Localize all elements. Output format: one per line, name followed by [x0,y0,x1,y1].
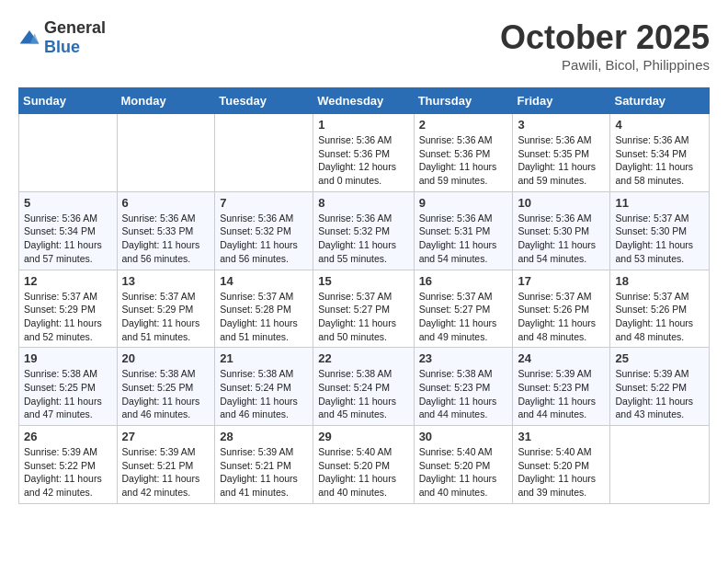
day-number: 1 [318,118,408,132]
calendar-cell [215,114,313,192]
cell-content: Sunrise: 5:38 AM Sunset: 5:24 PM Dayligh… [318,367,408,421]
calendar-cell: 22Sunrise: 5:38 AM Sunset: 5:24 PM Dayli… [313,348,414,426]
day-number: 26 [24,430,112,443]
day-number: 3 [518,118,605,132]
cell-content: Sunrise: 5:37 AM Sunset: 5:29 PM Dayligh… [24,290,112,344]
cell-content: Sunrise: 5:36 AM Sunset: 5:34 PM Dayligh… [615,133,704,188]
day-number: 31 [518,430,605,443]
calendar-cell: 8Sunrise: 5:36 AM Sunset: 5:32 PM Daylig… [313,191,414,270]
cell-content: Sunrise: 5:38 AM Sunset: 5:24 PM Dayligh… [220,367,308,421]
calendar-cell: 18Sunrise: 5:37 AM Sunset: 5:26 PM Dayli… [610,270,710,348]
cell-content: Sunrise: 5:37 AM Sunset: 5:27 PM Dayligh… [318,290,408,344]
logo-general: General [44,18,106,37]
day-number: 20 [122,351,210,365]
calendar-cell: 19Sunrise: 5:38 AM Sunset: 5:25 PM Dayli… [19,348,118,426]
cell-content: Sunrise: 5:36 AM Sunset: 5:36 PM Dayligh… [419,133,508,188]
cell-content: Sunrise: 5:39 AM Sunset: 5:21 PM Dayligh… [122,445,210,500]
day-number: 22 [318,351,408,365]
calendar-cell: 17Sunrise: 5:37 AM Sunset: 5:26 PM Dayli… [513,270,610,348]
calendar-cell [117,114,215,192]
cell-content: Sunrise: 5:40 AM Sunset: 5:20 PM Dayligh… [518,445,605,500]
day-number: 9 [419,196,508,210]
cell-content: Sunrise: 5:36 AM Sunset: 5:31 PM Dayligh… [419,212,508,266]
calendar-cell: 13Sunrise: 5:37 AM Sunset: 5:29 PM Dayli… [117,270,215,348]
title-block: October 2025 Pawili, Bicol, Philippines [500,18,710,73]
day-number: 4 [615,118,704,132]
day-number: 6 [122,196,210,210]
calendar-cell: 9Sunrise: 5:36 AM Sunset: 5:31 PM Daylig… [414,191,513,270]
day-number: 16 [419,274,508,288]
day-number: 15 [318,274,408,288]
day-number: 11 [615,196,704,210]
logo: General Blue [18,18,106,57]
day-number: 23 [419,351,508,365]
calendar-cell: 20Sunrise: 5:38 AM Sunset: 5:25 PM Dayli… [117,348,215,426]
calendar-cell: 14Sunrise: 5:37 AM Sunset: 5:28 PM Dayli… [215,270,313,348]
cell-content: Sunrise: 5:37 AM Sunset: 5:26 PM Dayligh… [615,290,704,344]
day-number: 8 [318,196,408,210]
day-number: 30 [419,430,508,443]
day-number: 24 [518,351,605,365]
location-title: Pawili, Bicol, Philippines [500,57,710,73]
cell-content: Sunrise: 5:36 AM Sunset: 5:32 PM Dayligh… [318,212,408,266]
calendar-cell: 15Sunrise: 5:37 AM Sunset: 5:27 PM Dayli… [313,270,414,348]
cell-content: Sunrise: 5:39 AM Sunset: 5:22 PM Dayligh… [24,445,112,500]
calendar-cell: 16Sunrise: 5:37 AM Sunset: 5:27 PM Dayli… [414,270,513,348]
cell-content: Sunrise: 5:39 AM Sunset: 5:22 PM Dayligh… [615,367,704,421]
calendar-cell: 31Sunrise: 5:40 AM Sunset: 5:20 PM Dayli… [513,426,610,504]
calendar-cell: 6Sunrise: 5:36 AM Sunset: 5:33 PM Daylig… [117,191,215,270]
calendar-cell: 10Sunrise: 5:36 AM Sunset: 5:30 PM Dayli… [513,191,610,270]
weekday-header-friday: Friday [513,88,610,114]
logo-blue: Blue [44,38,80,56]
calendar-week-row: 26Sunrise: 5:39 AM Sunset: 5:22 PM Dayli… [19,426,710,504]
day-number: 19 [24,351,112,365]
calendar-week-row: 12Sunrise: 5:37 AM Sunset: 5:29 PM Dayli… [19,270,710,348]
cell-content: Sunrise: 5:40 AM Sunset: 5:20 PM Dayligh… [318,445,408,500]
cell-content: Sunrise: 5:36 AM Sunset: 5:35 PM Dayligh… [518,133,605,188]
weekday-header-tuesday: Tuesday [215,88,313,114]
weekday-header-wednesday: Wednesday [313,88,414,114]
day-number: 14 [220,274,308,288]
cell-content: Sunrise: 5:36 AM Sunset: 5:33 PM Dayligh… [122,212,210,266]
calendar-cell: 27Sunrise: 5:39 AM Sunset: 5:21 PM Dayli… [117,426,215,504]
calendar-table: SundayMondayTuesdayWednesdayThursdayFrid… [18,87,710,504]
calendar-cell: 24Sunrise: 5:39 AM Sunset: 5:23 PM Dayli… [513,348,610,426]
weekday-header-saturday: Saturday [610,88,710,114]
calendar-cell: 11Sunrise: 5:37 AM Sunset: 5:30 PM Dayli… [610,191,710,270]
calendar-cell: 23Sunrise: 5:38 AM Sunset: 5:23 PM Dayli… [414,348,513,426]
calendar-cell: 1Sunrise: 5:36 AM Sunset: 5:36 PM Daylig… [313,114,414,192]
weekday-header-sunday: Sunday [19,88,118,114]
calendar-cell: 30Sunrise: 5:40 AM Sunset: 5:20 PM Dayli… [414,426,513,504]
cell-content: Sunrise: 5:38 AM Sunset: 5:23 PM Dayligh… [419,367,508,421]
cell-content: Sunrise: 5:36 AM Sunset: 5:34 PM Dayligh… [24,212,112,266]
day-number: 29 [318,430,408,443]
calendar-cell: 26Sunrise: 5:39 AM Sunset: 5:22 PM Dayli… [19,426,118,504]
day-number: 7 [220,196,308,210]
day-number: 10 [518,196,605,210]
cell-content: Sunrise: 5:37 AM Sunset: 5:27 PM Dayligh… [419,290,508,344]
month-title: October 2025 [500,18,710,57]
calendar-week-row: 19Sunrise: 5:38 AM Sunset: 5:25 PM Dayli… [19,348,710,426]
day-number: 5 [24,196,112,210]
calendar-cell: 4Sunrise: 5:36 AM Sunset: 5:34 PM Daylig… [610,114,710,192]
weekday-header-thursday: Thursday [414,88,513,114]
cell-content: Sunrise: 5:37 AM Sunset: 5:29 PM Dayligh… [122,290,210,344]
day-number: 12 [24,274,112,288]
calendar-cell [19,114,118,192]
cell-content: Sunrise: 5:40 AM Sunset: 5:20 PM Dayligh… [419,445,508,500]
weekday-header-monday: Monday [117,88,215,114]
calendar-cell: 28Sunrise: 5:39 AM Sunset: 5:21 PM Dayli… [215,426,313,504]
cell-content: Sunrise: 5:37 AM Sunset: 5:30 PM Dayligh… [615,212,704,266]
day-number: 13 [122,274,210,288]
calendar-cell: 3Sunrise: 5:36 AM Sunset: 5:35 PM Daylig… [513,114,610,192]
calendar-cell: 5Sunrise: 5:36 AM Sunset: 5:34 PM Daylig… [19,191,118,270]
day-number: 28 [220,430,308,443]
calendar-week-row: 5Sunrise: 5:36 AM Sunset: 5:34 PM Daylig… [19,191,710,270]
cell-content: Sunrise: 5:39 AM Sunset: 5:21 PM Dayligh… [220,445,308,500]
day-number: 21 [220,351,308,365]
cell-content: Sunrise: 5:37 AM Sunset: 5:28 PM Dayligh… [220,290,308,344]
cell-content: Sunrise: 5:37 AM Sunset: 5:26 PM Dayligh… [518,290,605,344]
day-number: 18 [615,274,704,288]
cell-content: Sunrise: 5:36 AM Sunset: 5:30 PM Dayligh… [518,212,605,266]
cell-content: Sunrise: 5:38 AM Sunset: 5:25 PM Dayligh… [24,367,112,421]
